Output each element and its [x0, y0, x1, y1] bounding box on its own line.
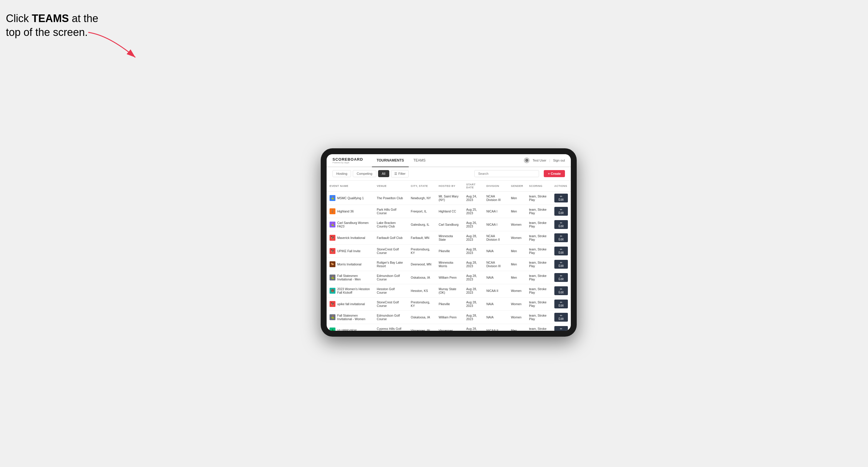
cell-venue: StoneCrest Golf Course: [374, 297, 408, 310]
team-icon: 🦅: [330, 248, 335, 254]
cell-hosted-by: William Penn: [436, 310, 463, 324]
team-icon: 🏌: [330, 208, 335, 214]
cell-scoring: team, Stroke Play: [526, 257, 551, 271]
nav-links: TOURNAMENTS TEAMS: [372, 154, 524, 166]
edit-button[interactable]: ✏ Edit: [554, 326, 568, 331]
cell-venue: The Powelton Club: [374, 191, 408, 205]
table-row: 🐎 Morris Invitational Ruttger's Bay Lake…: [327, 257, 571, 271]
edit-button[interactable]: ✏ Edit: [554, 300, 568, 308]
cell-gender: Men: [508, 324, 526, 331]
nav-right: ⚙ Test User | Sign out: [524, 157, 565, 163]
edit-button[interactable]: ✏ Edit: [554, 207, 568, 216]
cell-city-state: Faribault, MN: [408, 231, 436, 244]
col-actions: ACTIONS: [551, 181, 571, 192]
cell-venue: Edmundson Golf Course: [374, 271, 408, 284]
cell-actions: ✏ Edit: [551, 297, 571, 310]
cell-venue: Park Hills Golf Course: [374, 205, 408, 218]
edit-button[interactable]: ✏ Edit: [554, 220, 568, 229]
cell-event-name: ⛳ Carl Sandburg Women FA23: [327, 218, 374, 231]
cell-actions: ✏ Edit: [551, 244, 571, 257]
event-name-text: Highland 36: [337, 210, 354, 213]
cell-start-date: Aug 28, 2023: [463, 310, 484, 324]
cell-venue: StoneCrest Golf Course: [374, 244, 408, 257]
logo-area: SCOREBOARD Powered by clippit: [333, 157, 363, 164]
col-venue: VENUE: [374, 181, 408, 192]
edit-button[interactable]: ✏ Edit: [554, 286, 568, 295]
cell-start-date: Aug 28, 2023: [463, 257, 484, 271]
cell-scoring: team, Stroke Play: [526, 244, 551, 257]
col-city-state: CITY, STATE: [408, 181, 436, 192]
nav-header: SCOREBOARD Powered by clippit TOURNAMENT…: [327, 154, 571, 167]
cell-gender: Women: [508, 297, 526, 310]
cell-city-state: Galesburg, IL: [408, 218, 436, 231]
col-hosted-by: HOSTED BY: [436, 181, 463, 192]
cell-hosted-by: William Penn: [436, 271, 463, 284]
cell-scoring: team, Stroke Play: [526, 310, 551, 324]
cell-venue: Faribault Golf Club: [374, 231, 408, 244]
cell-gender: Women: [508, 231, 526, 244]
table-body: ⛳ MSMC Qualifying 1 The Powelton Club Ne…: [327, 191, 571, 331]
cell-city-state: Deerwood, MN: [408, 257, 436, 271]
cell-actions: ✏ Edit: [551, 310, 571, 324]
cell-venue: Lake Bracken Country Club: [374, 218, 408, 231]
nav-link-tournaments[interactable]: TOURNAMENTS: [372, 154, 409, 167]
team-icon: 🦅: [330, 301, 335, 307]
tablet-frame: SCOREBOARD Powered by clippit TOURNAMENT…: [321, 148, 577, 337]
cell-event-name: 🦅 UPIKE Fall Invite: [327, 244, 374, 257]
logo-text: SCOREBOARD: [333, 157, 363, 161]
cell-gender: Men: [508, 205, 526, 218]
table-row: 🏌 Highland 36 Park Hills Golf Course Fre…: [327, 205, 571, 218]
logo-sub: Powered by clippit: [333, 161, 363, 164]
cell-division: NICAA II: [484, 324, 508, 331]
nav-signout[interactable]: Sign out: [553, 159, 565, 162]
cell-event-name: 🏌 Highland 36: [327, 205, 374, 218]
edit-button[interactable]: ✏ Edit: [554, 273, 568, 282]
cell-hosted-by: Murray State (OK): [436, 284, 463, 297]
filter-icon: ☰: [394, 172, 397, 176]
team-icon: 🐎: [330, 261, 335, 267]
cell-event-name: ⛳ MSMC Qualifying 1: [327, 191, 374, 205]
search-input[interactable]: [474, 170, 539, 177]
cell-division: NCAA Division III: [484, 257, 508, 271]
cell-hosted-by: Vincennes: [436, 324, 463, 331]
event-name-text: VU PREVIEW: [337, 329, 356, 331]
team-icon: 🐻: [330, 288, 335, 294]
cell-event-name: 🦅 upike fall invitational: [327, 297, 374, 310]
edit-button[interactable]: ✏ Edit: [554, 194, 568, 203]
cell-division: NCAA Division III: [484, 191, 508, 205]
cell-scoring: team, Stroke Play: [526, 191, 551, 205]
filter-button[interactable]: ☰ Filter: [391, 170, 409, 178]
cell-start-date: Aug 28, 2023: [463, 297, 484, 310]
nav-link-teams[interactable]: TEAMS: [409, 154, 430, 167]
edit-button[interactable]: ✏ Edit: [554, 313, 568, 322]
competing-filter-button[interactable]: Competing: [353, 170, 376, 177]
cell-city-state: Prestonsburg, KY: [408, 244, 436, 257]
toolbar: Hosting Competing All ☰ Filter + Create: [327, 167, 571, 181]
create-button[interactable]: + Create: [544, 170, 565, 177]
table-container: EVENT NAME VENUE CITY, STATE HOSTED BY S…: [327, 181, 571, 331]
cell-scoring: team, Stroke Play: [526, 218, 551, 231]
cell-scoring: team, Stroke Play: [526, 297, 551, 310]
hosting-filter-button[interactable]: Hosting: [333, 170, 351, 177]
cell-hosted-by: Mt. Saint Mary (NY): [436, 191, 463, 205]
cell-event-name: 🌲 VU PREVIEW: [327, 324, 374, 331]
team-icon: 🌲: [330, 328, 335, 331]
cell-start-date: Aug 24, 2023: [463, 191, 484, 205]
table-row: ⛳ Fall Statesmen Invitational - Women Ed…: [327, 310, 571, 324]
search-box: [474, 170, 539, 177]
col-start-date: START DATE: [463, 181, 484, 192]
event-name-text: Carl Sandburg Women FA23: [337, 221, 371, 228]
cell-city-state: Hesston, KS: [408, 284, 436, 297]
cell-scoring: team, Stroke Play: [526, 271, 551, 284]
edit-button[interactable]: ✏ Edit: [554, 260, 568, 269]
edit-button[interactable]: ✏ Edit: [554, 234, 568, 242]
separator: |: [549, 159, 550, 162]
cell-actions: ✏ Edit: [551, 271, 571, 284]
cell-actions: ✏ Edit: [551, 324, 571, 331]
settings-icon[interactable]: ⚙: [524, 157, 530, 163]
cell-venue: Ruttger's Bay Lake Resort: [374, 257, 408, 271]
all-filter-button[interactable]: All: [378, 170, 389, 177]
cell-division: NCAA Division II: [484, 231, 508, 244]
event-name-text: Fall Statesmen Invitational - Men: [337, 274, 371, 281]
edit-button[interactable]: ✏ Edit: [554, 247, 568, 255]
